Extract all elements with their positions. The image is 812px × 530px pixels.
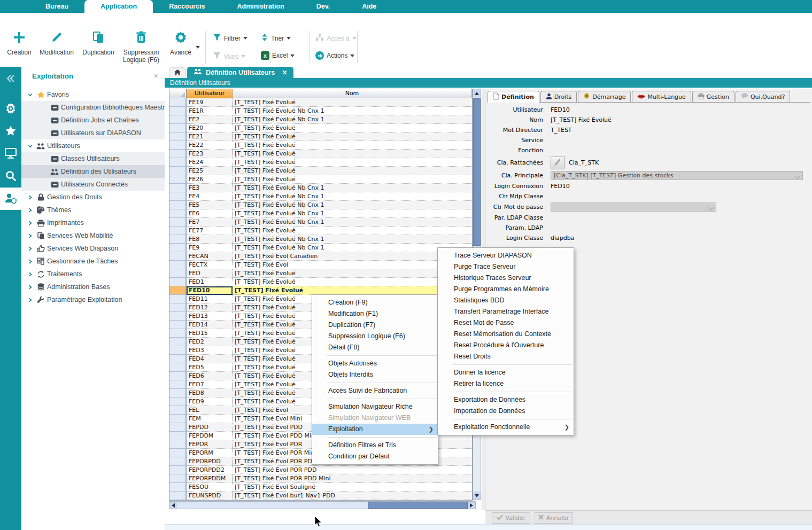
tree-item-services-web-mobilit-[interactable]: Services Web Mobilité bbox=[21, 229, 165, 242]
menu-item-donner-la-licence[interactable]: Donner la licence bbox=[438, 367, 574, 378]
cell-utilisateur[interactable]: FEPORPDD bbox=[187, 457, 233, 466]
row-selector[interactable] bbox=[169, 415, 187, 423]
table-row-fe26[interactable]: FE26[T_TEST] Fixé Evolué bbox=[169, 175, 472, 184]
field-dropdown[interactable]: [Cla_T_STK] [T_TEST] Gestion des stocks bbox=[551, 171, 803, 180]
menu-item-simulation-navigateur-riche[interactable]: Simulation Navigateur Riche bbox=[312, 401, 438, 412]
duplication-button[interactable]: Duplication bbox=[80, 30, 117, 56]
row-selector[interactable] bbox=[169, 338, 187, 346]
tree-item-classes-utilisateurs[interactable]: Classes Utilisateurs bbox=[21, 152, 165, 165]
document-tab[interactable]: Définition Utilisateurs ✕ bbox=[187, 67, 293, 78]
row-selector[interactable] bbox=[169, 355, 187, 363]
cell-utilisateur[interactable]: FE25 bbox=[187, 167, 233, 175]
field-dropdown[interactable] bbox=[551, 202, 716, 212]
menu-item-suppression-logique-f6-[interactable]: Suppression Logique (F6) bbox=[312, 331, 438, 342]
cell-utilisateur[interactable]: FEPDD bbox=[187, 423, 233, 432]
table-row-fe4[interactable]: FE4[T_TEST] Fixé Evolué Nb Cnx 1 bbox=[169, 192, 472, 201]
table-row-fe3[interactable]: FE3[T_TEST] Fixé Evolué Nb Cnx 1 bbox=[169, 184, 472, 192]
tab-close-icon[interactable]: ✕ bbox=[282, 69, 287, 76]
detail-tab-gestion[interactable]: Gestion bbox=[692, 91, 734, 102]
cell-utilisateur[interactable]: FEPORM bbox=[187, 449, 233, 457]
table-row-fe20[interactable]: FE20[T_TEST] Fixé Evolué bbox=[169, 124, 472, 132]
menu-item-d-finition-filtres-et-tris[interactable]: Définition Filtres et Tris bbox=[312, 440, 438, 451]
row-selector[interactable] bbox=[169, 107, 187, 115]
cell-utilisateur[interactable]: FED10 bbox=[187, 286, 233, 295]
menu-item-objets-interdits[interactable]: Objets Interdits bbox=[312, 369, 438, 380]
menu-item-reset-proc-dure-l-ouverture[interactable]: Reset Procédure à l'Ouverture bbox=[438, 340, 574, 351]
users-admin-button[interactable] bbox=[0, 188, 21, 210]
chevron-right-icon[interactable] bbox=[27, 207, 33, 213]
scroll-right-button[interactable] bbox=[468, 502, 475, 509]
row-selector[interactable] bbox=[169, 150, 187, 158]
cell-nom[interactable]: [T_TEST] Fixé Evolué bbox=[233, 158, 472, 167]
table-row-fe19[interactable]: FE19[T_TEST] Fixé Evolué bbox=[169, 98, 472, 107]
excel-button[interactable]: x Excel bbox=[261, 51, 295, 60]
table-row-feporpddm[interactable]: FEPORPDDM[T_TEST] Fixé Evol POR PDD Mini bbox=[169, 474, 472, 483]
cell-utilisateur[interactable]: FE5 bbox=[187, 201, 233, 209]
row-selector[interactable] bbox=[169, 312, 187, 321]
tree-item-utilisateurs[interactable]: Utilisateurs bbox=[21, 139, 165, 152]
class-picker-button[interactable] bbox=[551, 157, 564, 169]
favorites-button[interactable] bbox=[0, 120, 21, 143]
row-selector[interactable] bbox=[169, 380, 187, 389]
tree-item-utilisateurs-connect-s[interactable]: Utilisateurs Connectés bbox=[21, 178, 165, 191]
cell-nom[interactable]: [T_TEST] Fixé Evolué bbox=[233, 286, 472, 295]
table-row-fe22[interactable]: FE22[T_TEST] Fixé Evolué bbox=[169, 141, 472, 150]
tree-item-d-finition-jobs-et-cha-nes[interactable]: Définition Jobs et Chaînes bbox=[21, 114, 165, 127]
row-selector[interactable] bbox=[169, 124, 187, 132]
row-selector[interactable] bbox=[169, 483, 187, 492]
menu-item-reset-droits[interactable]: Reset Droits bbox=[438, 351, 574, 362]
table-row-fecan[interactable]: FECAN[T_TEST] Fixé Evol Canadien bbox=[169, 252, 472, 261]
vertical-scroll-thumb[interactable] bbox=[473, 98, 481, 246]
cell-utilisateur[interactable]: FECTX bbox=[187, 261, 233, 269]
cell-utilisateur[interactable]: FED9 bbox=[187, 398, 233, 406]
menu-item-transfert-parametrage-interface[interactable]: Transfert Parametrage Interface bbox=[438, 306, 574, 317]
menu-item-dev[interactable]: Dev. bbox=[300, 0, 346, 13]
horizontal-scroll-thumb[interactable] bbox=[368, 502, 468, 509]
menu-item-reset-mot-de-passe[interactable]: Reset Mot de Passe bbox=[438, 317, 574, 329]
row-selector[interactable] bbox=[169, 466, 187, 474]
row-selector[interactable] bbox=[169, 209, 187, 218]
row-selector[interactable] bbox=[169, 449, 187, 457]
menu-item-trace-serveur-diapason[interactable]: Trace Serveur DIAPASON bbox=[438, 250, 574, 261]
menu-item-purge-trace-serveur[interactable]: Purge Trace Serveur bbox=[438, 261, 574, 272]
cell-utilisateur[interactable]: FEPDDM bbox=[187, 432, 233, 440]
row-selector[interactable] bbox=[169, 295, 187, 303]
cell-utilisateur[interactable]: FE6 bbox=[187, 209, 233, 218]
row-selector[interactable] bbox=[169, 474, 187, 483]
cell-utilisateur[interactable]: FED15 bbox=[187, 329, 233, 338]
modification-button[interactable]: Modification bbox=[37, 30, 76, 56]
cell-utilisateur[interactable]: FESOU bbox=[187, 483, 233, 492]
cell-nom[interactable]: [T_TEST] Fixé Evolué bbox=[233, 269, 472, 278]
menu-item-acc-s-suivi-de-fabrication[interactable]: Accès Suivi de Fabrication bbox=[312, 385, 438, 396]
tree-item-configuration-biblioth-ques-maestro[interactable]: Configuration Bibliothèques Maestro bbox=[21, 101, 165, 114]
cell-utilisateur[interactable]: FE7 bbox=[187, 218, 233, 227]
table-row-fesou[interactable]: FESOU[T_TEST] Fixé Evol Souligné bbox=[169, 483, 472, 492]
cell-nom[interactable]: [T_TEST] Fixé Evolué Nb Cnx 1 bbox=[233, 244, 472, 252]
cell-utilisateur[interactable]: FE1R bbox=[187, 107, 233, 115]
row-selector[interactable] bbox=[169, 286, 187, 295]
cell-nom[interactable]: [T_TEST] Fixé Evolué bbox=[233, 132, 472, 141]
detail-tab-d-marrage[interactable]: Démarrage bbox=[578, 91, 631, 102]
detail-tab-d-finition[interactable]: Définition bbox=[488, 91, 539, 103]
actions-button[interactable]: ➜ Actions bbox=[315, 51, 354, 60]
home-tab[interactable] bbox=[169, 67, 186, 79]
cell-utilisateur[interactable]: FE21 bbox=[187, 132, 233, 141]
table-row-fe77[interactable]: FE77[T_TEST] Fixé Evolué bbox=[169, 227, 472, 235]
detail-tab-qui-quand-[interactable]: Qui,Quand? bbox=[736, 91, 790, 102]
cell-utilisateur[interactable]: FE23 bbox=[187, 150, 233, 158]
menu-item-modification-f1-[interactable]: Modification (F1) bbox=[312, 308, 438, 319]
row-selector[interactable] bbox=[169, 406, 187, 415]
table-row-fe5[interactable]: FE5[T_TEST] Fixé Evolué Nb Cnx 1 bbox=[169, 201, 472, 209]
row-selector-header[interactable] bbox=[169, 89, 187, 98]
cell-utilisateur[interactable]: FED bbox=[187, 269, 233, 278]
menu-item-administration[interactable]: Administration bbox=[221, 0, 300, 13]
cell-utilisateur[interactable]: FEUNSPDD bbox=[187, 492, 233, 500]
row-selector[interactable] bbox=[169, 158, 187, 167]
menu-item-aide[interactable]: Aide bbox=[346, 0, 392, 13]
search-rail-button[interactable] bbox=[0, 165, 21, 188]
row-selector[interactable] bbox=[169, 141, 187, 150]
menu-item-bureau[interactable]: Bureau bbox=[29, 0, 84, 13]
close-icon[interactable]: × bbox=[154, 72, 158, 80]
tree-item-traitements[interactable]: Traitements bbox=[21, 268, 165, 280]
suppression-button[interactable]: Suppression Logique (F6) bbox=[121, 30, 161, 64]
